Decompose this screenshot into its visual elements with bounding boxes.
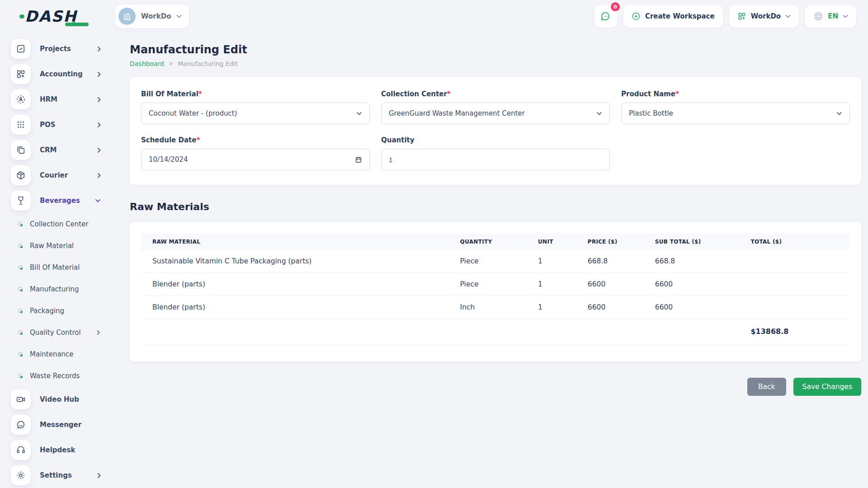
chevron-down-icon xyxy=(843,14,848,18)
col-price: PRICE ($) xyxy=(588,234,655,250)
quantity-label: Quantity xyxy=(381,136,415,144)
schedule-date-label: Schedule Date xyxy=(141,136,196,144)
sidebar-item-label: Helpdesk xyxy=(40,446,75,454)
table-row: Sustainable Vitamin C Tube Packaging (pa… xyxy=(141,250,850,273)
sidebar-subitem-label: Quality Control xyxy=(30,328,81,337)
cell-material: Blender (parts) xyxy=(141,273,460,296)
plus-circle-icon xyxy=(632,12,641,21)
bill-of-material-select[interactable]: Coconut Water - (product) xyxy=(141,103,370,124)
sidebar-subitem-label: Waste Records xyxy=(30,372,80,380)
chevron-down-icon xyxy=(356,112,362,115)
video-camera-icon xyxy=(16,394,26,404)
schedule-date-input[interactable]: 10/14/2024 xyxy=(141,149,370,170)
cell-quantity: Inch xyxy=(460,296,538,319)
field-bill-of-material: Bill Of Material* Coconut Water - (produ… xyxy=(141,90,370,124)
col-raw-material: RAW MATERIAL xyxy=(141,234,460,250)
sidebar-item-label: Settings xyxy=(40,471,72,479)
sidebar-subitem-quality-control[interactable]: Quality Control xyxy=(0,322,115,343)
sidebar-item-label: POS xyxy=(40,121,56,129)
cell-sub-total: 6600 xyxy=(655,296,751,319)
sidebar-item-messenger[interactable]: Messenger xyxy=(0,412,115,437)
chevron-down-icon xyxy=(596,112,602,115)
sidebar-subitem-manufacturing[interactable]: Manufacturing xyxy=(0,278,115,300)
building-icon xyxy=(123,12,132,21)
bullet-icon xyxy=(18,330,23,335)
chat-bubble-icon xyxy=(600,11,611,22)
app-logo[interactable]: DASH xyxy=(0,9,115,24)
messages-button[interactable]: 0 xyxy=(594,5,617,28)
sidebar-item-video-hub[interactable]: Video Hub xyxy=(0,387,115,412)
sidebar-item-label: Projects xyxy=(40,45,71,53)
bill-of-material-value: Coconut Water - (product) xyxy=(149,109,356,117)
cell-material: Sustainable Vitamin C Tube Packaging (pa… xyxy=(141,250,460,273)
gear-icon xyxy=(16,470,26,480)
package-icon xyxy=(16,170,26,180)
chevron-down-icon xyxy=(95,199,101,202)
logo-dash-accent xyxy=(65,23,89,26)
cell-price: 6600 xyxy=(588,296,655,319)
sidebar-item-hrm[interactable]: HRM xyxy=(0,87,115,112)
dots-grid-icon xyxy=(16,120,26,130)
sidebar-subitem-raw-material[interactable]: Raw Material xyxy=(0,235,115,257)
col-unit: UNIT xyxy=(538,234,588,250)
sidebar-item-pos[interactable]: POS xyxy=(0,112,115,137)
product-name-select[interactable]: Plastic Bottle xyxy=(621,103,850,124)
chevron-right-icon xyxy=(97,147,101,153)
topbar-actions: 0 Create Workspace WorkDo EN xyxy=(594,5,868,28)
sidebar-item-courier[interactable]: Courier xyxy=(0,163,115,188)
sidebar-item-crm[interactable]: CRM xyxy=(0,137,115,163)
sidebar-subitem-label: Collection Center xyxy=(30,220,88,228)
sidebar-subitem-maintenance[interactable]: Maintenance xyxy=(0,343,115,365)
chevron-down-icon xyxy=(785,14,791,18)
cell-total xyxy=(750,296,850,319)
col-total: TOTAL ($) xyxy=(750,234,850,250)
sidebar-item-accounting[interactable]: Accounting xyxy=(0,61,115,87)
breadcrumb-dashboard-link[interactable]: Dashboard xyxy=(130,60,164,67)
breadcrumb-separator: > xyxy=(169,61,173,67)
grid-plus-icon xyxy=(737,12,746,21)
bullet-icon xyxy=(18,287,23,291)
product-name-value: Plastic Bottle xyxy=(629,109,836,117)
bullet-icon xyxy=(18,374,23,378)
sidebar-subitem-bill-of-material[interactable]: Bill Of Material xyxy=(0,257,115,278)
sidebar-item-projects[interactable]: Projects xyxy=(0,36,115,61)
bullet-icon xyxy=(18,244,23,248)
sidebar-item-helpdesk[interactable]: Helpdesk xyxy=(0,437,115,463)
logo-text: DASH xyxy=(25,9,77,24)
quantity-input[interactable] xyxy=(381,149,610,170)
required-asterisk: * xyxy=(447,90,451,98)
bullet-icon xyxy=(18,222,23,226)
sidebar: Projects Accounting HRM POS CRM Courier xyxy=(0,33,115,488)
sidebar-item-beverages[interactable]: Beverages xyxy=(0,188,115,213)
bullet-icon xyxy=(18,352,23,357)
sidebar-subitem-label: Packaging xyxy=(30,307,64,315)
back-button[interactable]: Back xyxy=(747,378,786,396)
calendar-icon xyxy=(355,156,362,163)
workspace-selector[interactable]: WorkDo xyxy=(115,5,189,28)
globe-icon xyxy=(813,11,823,21)
checkbox-icon xyxy=(16,44,26,54)
bill-of-material-label: Bill Of Material xyxy=(141,90,198,98)
language-label: EN xyxy=(828,12,838,20)
workspace-menu-button[interactable]: WorkDo xyxy=(729,5,799,28)
collection-center-value: GreenGuard Waste Management Center xyxy=(389,109,596,117)
chevron-right-icon xyxy=(97,173,101,178)
field-product-name: Product Name* Plastic Bottle xyxy=(621,90,850,124)
breadcrumb: Dashboard > Manufacturing Edit xyxy=(130,60,861,67)
raw-materials-heading: Raw Materials xyxy=(130,201,861,212)
grid-plus-icon xyxy=(16,69,26,79)
main-content: Manufacturing Edit Dashboard > Manufactu… xyxy=(115,33,868,488)
field-quantity: Quantity xyxy=(381,136,610,170)
create-workspace-button[interactable]: Create Workspace xyxy=(623,5,723,28)
save-changes-button[interactable]: Save Changes xyxy=(793,378,861,396)
copy-icon xyxy=(16,145,26,155)
raw-materials-card: RAW MATERIAL QUANTITY UNIT PRICE ($) SUB… xyxy=(130,222,861,361)
sidebar-subitem-packaging[interactable]: Packaging xyxy=(0,300,115,322)
chevron-right-icon xyxy=(97,330,100,335)
collection-center-select[interactable]: GreenGuard Waste Management Center xyxy=(381,103,610,124)
language-selector[interactable]: EN xyxy=(805,5,856,28)
sidebar-subitem-waste-records[interactable]: Waste Records xyxy=(0,365,115,387)
sidebar-subitem-collection-center[interactable]: Collection Center xyxy=(0,213,115,235)
cell-price: 668.8 xyxy=(588,250,655,273)
sidebar-item-settings[interactable]: Settings xyxy=(0,463,115,488)
